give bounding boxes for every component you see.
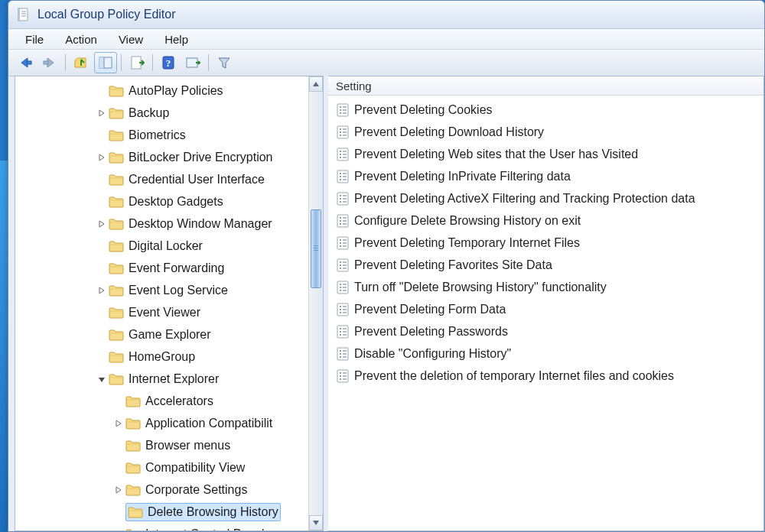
setting-item[interactable]: Prevent Deleting Form Data (328, 298, 763, 320)
setting-item[interactable]: Prevent Deleting Download History (328, 121, 763, 143)
tree-item[interactable]: Desktop Gadgets (15, 190, 323, 212)
setting-label: Disable "Configuring History" (354, 347, 511, 361)
list-header-setting[interactable]: Setting (328, 76, 763, 96)
setting-item[interactable]: Prevent Deleting Cookies (328, 99, 763, 121)
export-button[interactable] (125, 52, 148, 73)
folder-icon (109, 129, 124, 141)
tree-item[interactable]: Corporate Settings (15, 478, 323, 501)
scroll-up-button[interactable] (309, 76, 323, 92)
expander-icon (96, 352, 107, 362)
folder-icon (125, 440, 141, 452)
tree-item[interactable]: Event Forwarding (15, 257, 323, 279)
tree-item[interactable]: Accelerators (15, 390, 323, 412)
setting-icon (336, 258, 350, 272)
show-tree-button[interactable] (94, 52, 117, 73)
folder-icon (109, 85, 124, 97)
setting-item[interactable]: Turn off "Delete Browsing History" funct… (328, 276, 763, 298)
setting-item[interactable]: Prevent Deleting InPrivate Filtering dat… (328, 165, 763, 187)
tree-item[interactable]: HomeGroup (15, 345, 323, 368)
tree-item[interactable]: Desktop Window Manager (15, 212, 323, 235)
tree-item-label: Desktop Window Manager (129, 217, 272, 231)
tree-item[interactable]: Internet Control Panel (15, 523, 323, 531)
expander-icon (96, 174, 107, 185)
svg-point-99 (340, 372, 341, 374)
tree-item[interactable]: Event Viewer (15, 301, 323, 323)
tree-item[interactable]: Event Log Service (15, 279, 323, 301)
expander-icon[interactable] (96, 374, 107, 384)
tree-item[interactable]: Compatibility View (15, 456, 323, 478)
scroll-track[interactable] (309, 90, 323, 517)
tree-item-label: Digital Locker (129, 239, 203, 253)
titlebar[interactable]: Local Group Policy Editor (8, 1, 764, 29)
tree[interactable]: AutoPlay PoliciesBackupBiometricsBitLock… (15, 76, 323, 531)
tree-item[interactable]: Application Compatibilit (15, 412, 323, 434)
folder-icon (109, 262, 124, 274)
setting-item[interactable]: Prevent the deletion of temporary Intern… (328, 365, 763, 387)
back-button[interactable] (14, 52, 37, 73)
tree-item[interactable]: Biometrics (15, 124, 323, 146)
tree-item[interactable]: Delete Browsing History (15, 501, 323, 523)
svg-point-66 (340, 264, 341, 266)
tree-scrollbar[interactable] (308, 76, 323, 530)
svg-point-24 (340, 131, 341, 133)
svg-point-87 (340, 331, 341, 332)
setting-item[interactable]: Prevent Deleting ActiveX Filtering and T… (328, 187, 763, 209)
setting-item[interactable]: Prevent Deleting Web sites that the User… (328, 143, 763, 165)
scroll-thumb[interactable] (311, 209, 321, 287)
setting-label: Prevent the deletion of temporary Intern… (354, 369, 674, 383)
menu-file[interactable]: File (15, 31, 54, 47)
tree-item[interactable]: AutoPlay Policies (15, 79, 323, 102)
setting-item[interactable]: Prevent Deleting Temporary Internet File… (328, 232, 763, 254)
setting-label: Prevent Deleting Temporary Internet File… (354, 236, 580, 250)
menu-view[interactable]: View (108, 31, 154, 47)
svg-point-26 (340, 135, 341, 136)
tree-item-label: Corporate Settings (145, 483, 247, 497)
scroll-down-button[interactable] (309, 515, 323, 530)
setting-item[interactable]: Prevent Deleting Favorites Site Data (328, 254, 763, 276)
expander-icon (113, 440, 124, 451)
menu-help[interactable]: Help (154, 31, 199, 47)
svg-rect-1 (18, 8, 20, 21)
help-button[interactable]: ? (157, 52, 180, 73)
toolbar-separator (65, 54, 66, 71)
run-button[interactable] (181, 52, 204, 73)
svg-point-43 (340, 195, 341, 196)
setting-icon (336, 214, 350, 228)
window-title: Local Group Policy Editor (37, 8, 176, 21)
expander-icon[interactable] (96, 108, 107, 118)
forward-button[interactable] (38, 52, 61, 73)
expander-icon[interactable] (96, 219, 107, 229)
setting-item[interactable]: Disable "Configuring History" (328, 342, 763, 365)
expander-icon[interactable] (96, 152, 107, 163)
svg-point-33 (340, 157, 341, 158)
tree-item[interactable]: BitLocker Drive Encryption (15, 146, 323, 168)
filter-button[interactable] (213, 52, 236, 73)
expander-icon[interactable] (113, 418, 124, 429)
tree-item[interactable]: Browser menus (15, 434, 323, 456)
folder-icon (109, 151, 124, 164)
menu-action[interactable]: Action (54, 31, 108, 47)
folder-icon (109, 196, 124, 208)
expander-icon[interactable] (113, 529, 124, 532)
svg-rect-8 (99, 57, 104, 68)
tree-item[interactable]: Digital Locker (15, 235, 323, 257)
svg-point-17 (340, 109, 341, 111)
expander-icon[interactable] (96, 285, 107, 296)
expander-icon (96, 241, 107, 251)
folder-icon (109, 351, 124, 363)
app-window: Local Group Policy Editor File Action Vi… (8, 0, 765, 532)
tree-item-label: Accelerators (145, 394, 213, 408)
tree-item[interactable]: Internet Explorer (15, 368, 323, 390)
tree-item[interactable]: Credential User Interface (15, 168, 323, 190)
folder-icon (109, 284, 124, 297)
up-button[interactable] (70, 52, 93, 73)
tree-item[interactable]: Game Explorer (15, 323, 323, 345)
expander-icon[interactable] (113, 485, 124, 495)
setting-icon (336, 347, 350, 361)
folder-icon (109, 307, 124, 319)
svg-point-73 (340, 287, 341, 288)
settings-list[interactable]: Prevent Deleting CookiesPrevent Deleting… (328, 96, 763, 530)
setting-item[interactable]: Prevent Deleting Passwords (328, 320, 763, 342)
setting-item[interactable]: Configure Delete Browsing History on exi… (328, 209, 763, 232)
tree-item[interactable]: Backup (15, 102, 323, 124)
